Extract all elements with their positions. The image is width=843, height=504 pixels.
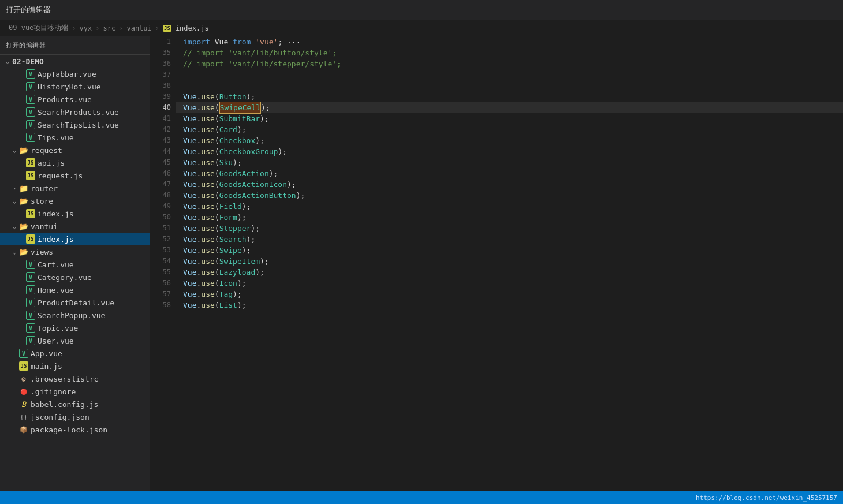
token: ); — [251, 223, 260, 234]
sep2: › — [95, 24, 99, 32]
breadcrumb-part-1[interactable]: vyx — [80, 24, 92, 32]
sidebar-item-babel_config[interactable]: Bbabel.config.js — [0, 398, 150, 410]
sidebar-item-views[interactable]: ⌄📂views — [0, 245, 150, 258]
breadcrumb-part-3[interactable]: vantui — [126, 24, 151, 32]
token: ); — [269, 168, 278, 179]
browserslistrc-icon: ⚙ — [19, 374, 28, 383]
code-content: import Vue from 'vue'; ···// import 'van… — [176, 36, 843, 491]
line-num-41: 41 — [155, 113, 171, 124]
sidebar-item-browserslistrc[interactable]: ⚙.browserslistrc — [0, 372, 150, 385]
token: ); — [247, 91, 256, 102]
sidebar-item-Home[interactable]: VHome.vue — [0, 283, 150, 296]
breadcrumb-part-2[interactable]: src — [103, 24, 116, 32]
token: Button — [219, 91, 247, 102]
sidebar-item-Category[interactable]: VCategory.vue — [0, 271, 150, 283]
token: use — [201, 234, 214, 245]
sidebar-item-api[interactable]: JSapi.js — [0, 156, 150, 169]
token: use — [201, 135, 214, 146]
token: ); — [261, 102, 270, 113]
token: GoodsActionButton — [219, 190, 296, 201]
sidebar-item-Topic[interactable]: VTopic.vue — [0, 322, 150, 334]
token: ); — [287, 179, 296, 190]
token: // import 'vant/lib/button/style'; — [183, 47, 337, 58]
token: Vue — [183, 245, 196, 256]
sidebar-item-SearchTipsList[interactable]: VSearchTipsList.vue — [0, 118, 150, 131]
vue-icon-Products: V — [26, 95, 35, 104]
token: . — [196, 102, 201, 113]
sidebar-item-vantui[interactable]: ⌄📂vantui — [0, 220, 150, 233]
token: Form — [219, 212, 237, 223]
code-area[interactable]: 1353637383940414243444546474849505152535… — [150, 36, 843, 491]
sidebar-item-ProductDetail[interactable]: VProductDetail.vue — [0, 296, 150, 309]
line-num-57: 57 — [155, 289, 171, 300]
sidebar-item-router[interactable]: ›📁router — [0, 182, 150, 195]
item-label-jsconfig: jsconfig.json — [31, 413, 89, 421]
file-icon-js: JS — [163, 25, 171, 32]
code-line-54: Vue.use(SwipeItem); — [176, 256, 843, 267]
sidebar-item-package_lock[interactable]: 📦package-lock.json — [0, 423, 150, 436]
token: . — [196, 212, 201, 223]
token: . — [196, 245, 201, 256]
folder-arrow-request: ⌄ — [10, 147, 19, 154]
token: GoodsActionIcon — [219, 179, 287, 190]
sidebar-item-gitignore[interactable]: 🔴.gitignore — [0, 385, 150, 398]
token: . — [196, 91, 201, 102]
sidebar-item-AppTabbar[interactable]: VAppTabbar.vue — [0, 68, 150, 80]
token: ( — [215, 289, 219, 300]
folder-icon-views: 📂 — [19, 247, 28, 256]
line-num-47: 47 — [155, 179, 171, 190]
breadcrumb-part-0[interactable]: 09-vue项目移动端 — [9, 23, 68, 33]
token: . — [196, 278, 201, 289]
sidebar-item-App[interactable]: VApp.vue — [0, 347, 150, 360]
token: Field — [219, 201, 242, 212]
token: from — [233, 36, 251, 47]
token: . — [196, 168, 201, 179]
token: . — [196, 234, 201, 245]
code-line-56: Vue.use(Icon); — [176, 278, 843, 289]
sidebar-item-SearchProducts[interactable]: VSearchProducts.vue — [0, 106, 150, 118]
line-num-40: 40 — [155, 102, 171, 113]
sidebar-item-User[interactable]: VUser.vue — [0, 334, 150, 347]
token: use — [201, 212, 214, 223]
token: Vue — [183, 91, 196, 102]
token: use — [201, 223, 214, 234]
sidebar-item-store_index[interactable]: JSindex.js — [0, 207, 150, 220]
sidebar-item-index_js[interactable]: JSindex.js — [0, 233, 150, 245]
token: CheckboxGroup — [219, 146, 278, 157]
folder-icon-request: 📂 — [19, 145, 28, 155]
sidebar-item-request_js[interactable]: JSrequest.js — [0, 169, 150, 182]
sidebar-item-SearchPopup[interactable]: VSearchPopup.vue — [0, 309, 150, 322]
sidebar-item-request[interactable]: ⌄📂request — [0, 144, 150, 156]
item-label-request_js: request.js — [38, 171, 83, 180]
token: ( — [215, 124, 219, 135]
vue-icon-SearchPopup: V — [26, 311, 35, 320]
token: ); — [242, 245, 251, 256]
sidebar-item-main_js[interactable]: JSmain.js — [0, 360, 150, 372]
vue-icon-Home: V — [26, 285, 35, 294]
item-label-store: store — [31, 197, 53, 206]
token: ( — [215, 91, 219, 102]
line-numbers: 1353637383940414243444546474849505152535… — [150, 36, 176, 491]
top-bar-label: 打开的编辑器 — [6, 5, 51, 15]
token: Vue — [183, 102, 196, 113]
token: use — [201, 278, 214, 289]
token: Vue — [183, 289, 196, 300]
vue-icon-AppTabbar: V — [26, 69, 35, 79]
token: ); — [260, 256, 269, 267]
line-num-51: 51 — [155, 223, 171, 234]
token: ( — [215, 223, 219, 234]
sidebar-item-HistoryHot[interactable]: VHistoryHot.vue — [0, 80, 150, 93]
sidebar-item-Products[interactable]: VProducts.vue — [0, 93, 150, 106]
folder-icon-router: 📁 — [19, 184, 28, 193]
code-line-38 — [176, 80, 843, 91]
sidebar-item-Cart[interactable]: VCart.vue — [0, 258, 150, 271]
code-line-41: Vue.use(SubmitBar); — [176, 113, 843, 124]
token: use — [201, 201, 214, 212]
sidebar-item-store[interactable]: ⌄📂store — [0, 195, 150, 207]
sidebar-item-jsconfig[interactable]: {}jsconfig.json — [0, 410, 150, 423]
token: Vue — [183, 256, 196, 267]
babel-icon: B — [19, 400, 28, 409]
token: ( — [215, 135, 219, 146]
sidebar-item-Tips[interactable]: VTips.vue — [0, 131, 150, 144]
editor[interactable]: 1353637383940414243444546474849505152535… — [150, 36, 843, 491]
